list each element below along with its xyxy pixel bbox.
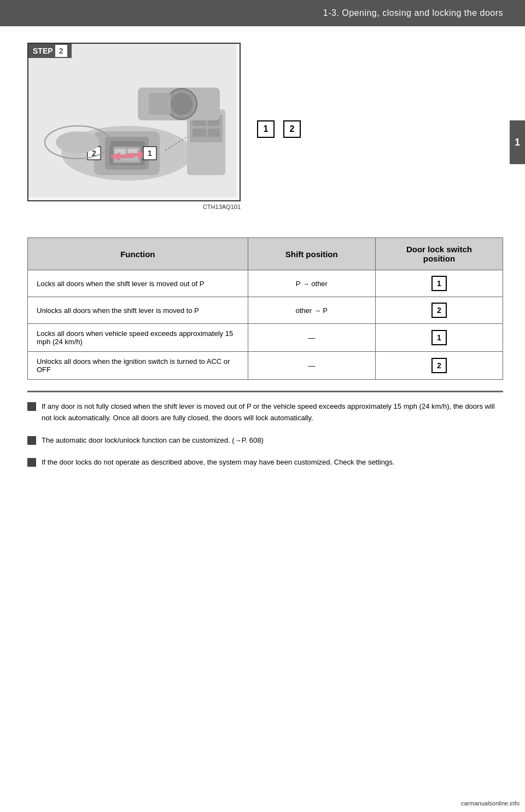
function-cell: Locks all doors when the shift lever is … xyxy=(28,270,248,297)
header-title: 1-3. Opening, closing and locking the do… xyxy=(323,8,503,18)
table-row: Locks all doors when vehicle speed excee… xyxy=(28,324,503,352)
note-item: The automatic door lock/unlock function … xyxy=(27,435,503,446)
svg-text:1: 1 xyxy=(148,149,152,158)
note-text: The automatic door lock/unlock function … xyxy=(42,435,503,446)
step-image-box: STEP 2 xyxy=(27,43,241,201)
badge-column: 1 2 xyxy=(257,43,503,210)
switch-cell: 1 xyxy=(375,324,503,352)
note-text: If any door is not fully closed when the… xyxy=(42,401,503,424)
badge-1: 1 xyxy=(257,120,275,138)
car-illustration: 2 1 xyxy=(28,44,236,197)
note-bullet xyxy=(27,458,36,467)
switch-badge: 2 xyxy=(431,358,447,373)
function-table: Function Shift position Door lock switch… xyxy=(27,237,503,380)
table-row: Locks all doors when the shift lever is … xyxy=(28,270,503,297)
step-label: STEP 2 xyxy=(28,44,72,58)
switch-badge: 1 xyxy=(431,330,447,345)
table-row: Unlocks all doors when the ignition swit… xyxy=(28,352,503,380)
svg-rect-20 xyxy=(192,129,206,137)
switch-cell: 2 xyxy=(375,297,503,324)
badge-2: 2 xyxy=(283,120,301,138)
switch-badge: 2 xyxy=(431,303,447,318)
image-column: STEP 2 xyxy=(27,43,241,210)
chapter-tab: 1 xyxy=(510,120,525,164)
shift-cell: P → other xyxy=(248,270,375,297)
table-section: Function Shift position Door lock switch… xyxy=(27,237,503,380)
note-text: If the door locks do not operate as desc… xyxy=(42,457,503,468)
function-cell: Unlocks all doors when the shift lever i… xyxy=(28,297,248,324)
svg-rect-26 xyxy=(149,93,171,115)
shift-cell: — xyxy=(248,352,375,380)
shift-cell: — xyxy=(248,324,375,352)
function-cell: Unlocks all doors when the ignition swit… xyxy=(28,352,248,380)
note-item: If any door is not fully closed when the… xyxy=(27,401,503,424)
note-item: If the door locks do not operate as desc… xyxy=(27,457,503,468)
badge-row: 1 2 xyxy=(257,120,503,138)
step-number-badge: 2 xyxy=(55,45,67,57)
notes-section: If any door is not fully closed when the… xyxy=(27,391,503,468)
svg-rect-11 xyxy=(126,153,138,156)
step-word: STEP xyxy=(33,47,53,55)
switch-cell: 2 xyxy=(375,352,503,380)
image-caption: CTH13AQ101 xyxy=(27,204,241,210)
svg-rect-22 xyxy=(208,129,220,137)
note-bullet xyxy=(27,436,36,445)
switch-badge: 1 xyxy=(431,276,447,291)
note-bullet xyxy=(27,402,36,411)
col-header-shift: Shift position xyxy=(248,238,375,270)
col-header-switch: Door lock switchposition xyxy=(375,238,503,270)
chapter-number: 1 xyxy=(515,137,520,148)
col-header-function: Function xyxy=(28,238,248,270)
bottom-logo: carmanualsonline.info xyxy=(461,800,520,807)
function-cell: Locks all doors when vehicle speed excee… xyxy=(28,324,248,352)
shift-cell: other → P xyxy=(248,297,375,324)
page-header: 1-3. Opening, closing and locking the do… xyxy=(0,0,525,26)
svg-point-25 xyxy=(171,93,192,115)
svg-point-28 xyxy=(56,131,100,153)
table-row: Unlocks all doors when the shift lever i… xyxy=(28,297,503,324)
switch-cell: 1 xyxy=(375,270,503,297)
main-content: STEP 2 xyxy=(0,26,525,227)
